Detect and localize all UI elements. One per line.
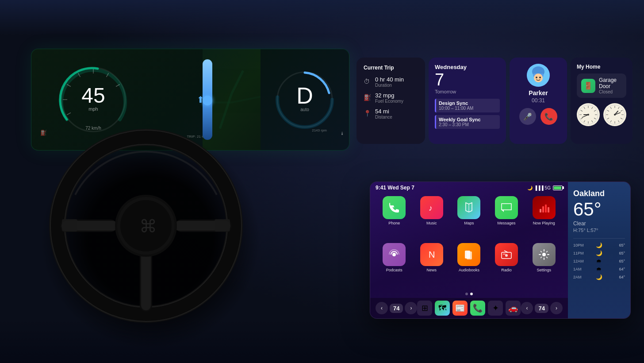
svg-point-64 (505, 254, 508, 257)
page-dot-1 (465, 293, 468, 295)
duration-value: 0 hr 40 min (375, 76, 404, 83)
clock-analog-1 (577, 103, 600, 126)
app-phone[interactable]: Phone (377, 196, 411, 239)
home-panel: My Home 🚪 Garage Door Closed (571, 58, 632, 144)
clock-widgets (577, 103, 626, 126)
steering-wheel-svg: ⌘ (35, 115, 257, 336)
forecast-temp-2am: 64° (614, 275, 625, 279)
trip-distance-item: 📍 54 mi Distance (364, 108, 418, 120)
event-1-time: 10:00 – 11:00 AM (439, 106, 497, 111)
app-messages[interactable]: Messages (490, 196, 524, 239)
dock-back-button-right[interactable]: ‹ (521, 302, 533, 314)
weather-city: Oakland (573, 189, 625, 198)
dock-back-button[interactable]: ‹ (376, 302, 388, 314)
dock-grid-icon[interactable]: ⊞ (417, 301, 432, 316)
gear-letter: D (296, 84, 313, 107)
forecast-row-10pm: 10PM 🌙 65° (573, 242, 625, 248)
temp-gauge: 🌡 (340, 131, 345, 136)
trip-panel-title: Current Trip (364, 65, 418, 71)
forecast-row-12am: 12AM 🌧 65° (573, 258, 625, 264)
weather-range: H:75° L:57° (573, 228, 625, 233)
weather-forecast: 10PM 🌙 65° 11PM 🌙 65° 12AM 🌧 65° 1AM 🌧 (573, 238, 625, 280)
svg-rect-61 (467, 251, 472, 259)
app-music[interactable]: ♪ Music (415, 196, 449, 239)
garage-door-icon: 🚪 (581, 79, 595, 93)
settings-label: Settings (537, 268, 551, 272)
garage-door-name: Garage Door (599, 77, 622, 89)
audiobooks-icon (457, 243, 480, 266)
forecast-temp-11pm: 65° (614, 251, 625, 255)
garage-door-item[interactable]: 🚪 Garage Door Closed (577, 73, 626, 98)
fuel-value: 32 mpg (375, 92, 403, 99)
dock-car-icon[interactable]: 🚗 (506, 301, 521, 316)
svg-text:N: N (429, 250, 435, 259)
dock-number-right[interactable]: 74 (535, 304, 548, 313)
music-icon: ♪ (420, 196, 443, 219)
app-settings[interactable]: Settings (527, 243, 561, 286)
fuel-economy-icon: ⛽ (364, 94, 372, 102)
end-call-button[interactable]: 📞 (540, 108, 557, 125)
svg-text:♪: ♪ (429, 204, 433, 212)
svg-line-9 (232, 71, 243, 94)
svg-rect-74 (62, 219, 77, 232)
dock-icons: ⊞ 🗺 📰 📞 ✦ 🚗 (417, 301, 521, 316)
app-nowplaying[interactable]: Now Playing (527, 196, 561, 239)
trip-fuel-item: ⛽ 32 mpg Fuel Economy (364, 92, 418, 104)
dock-forward-button[interactable]: › (405, 302, 417, 314)
rpm-display: 2143 rpm (312, 128, 327, 132)
svg-rect-65 (503, 254, 506, 255)
clock-analog-2 (603, 103, 626, 126)
calendar-event-2: Weekly Goal Sync 2:30 – 3:30 PM (435, 115, 500, 129)
svg-point-51 (614, 114, 616, 116)
carplay-status-bar: 9:41 Wed Sep 7 🌙 ▐▐▐ 5G (370, 182, 568, 193)
app-radio[interactable]: Radio (490, 243, 524, 286)
app-podcasts[interactable]: Podcasts (377, 243, 411, 286)
dock-number-left[interactable]: 74 (390, 304, 403, 313)
svg-rect-57 (548, 207, 549, 212)
app-maps[interactable]: Maps (452, 196, 486, 239)
dock-maps-icon[interactable]: 🗺 (435, 301, 450, 316)
forecast-temp-10pm: 65° (614, 243, 625, 247)
messages-icon (495, 196, 518, 219)
svg-point-19 (539, 77, 541, 78)
app-audiobooks[interactable]: Audiobooks (452, 243, 486, 286)
forecast-time-12am: 12AM (573, 259, 584, 263)
gear-value: D auto (296, 84, 313, 112)
dock-fan-icon[interactable]: ✦ (488, 301, 503, 316)
forecast-time-10pm: 10PM (573, 243, 584, 247)
app-news[interactable]: N News (415, 243, 449, 286)
call-controls: 🎤 📞 (519, 108, 557, 125)
maps-label: Maps (464, 221, 474, 225)
maps-icon-img (457, 196, 480, 219)
weather-condition: Clear (573, 220, 625, 227)
calendar-event-1: Design Sync 10:00 – 11:00 AM (435, 99, 500, 112)
forecast-row-11pm: 11PM 🌙 65° (573, 250, 625, 256)
messages-label: Messages (498, 221, 516, 225)
svg-rect-54 (540, 209, 541, 212)
event-1-title: Design Sync (439, 100, 497, 106)
status-time: 9:41 Wed Sep 7 (376, 185, 414, 191)
ambient-top (0, 0, 644, 35)
page-dot-2 (470, 293, 473, 295)
news-icon-img: N (420, 243, 443, 266)
dock-forward-button-right[interactable]: › (550, 302, 563, 314)
forecast-temp-1am: 64° (614, 267, 625, 271)
dock-phone-icon[interactable]: 📞 (470, 301, 485, 316)
distance-label: Distance (375, 115, 392, 120)
page-dots (370, 290, 568, 298)
dock-news-icon[interactable]: 📰 (452, 301, 468, 316)
radio-label: Radio (501, 268, 512, 272)
speed-number: 45 (81, 85, 105, 106)
forecast-temp-12am: 65° (614, 259, 625, 263)
distance-value: 54 mi (375, 108, 392, 115)
news-label: News (427, 268, 437, 272)
nowplaying-icon (533, 196, 556, 219)
fuel-label: Fuel Economy (375, 99, 403, 104)
podcasts-label: Podcasts (386, 268, 402, 272)
forecast-row-1am: 1AM 🌧 64° (573, 266, 625, 272)
forecast-icon-2am: 🌙 (596, 274, 602, 280)
phone-label: Phone (388, 221, 400, 225)
settings-icon-img (533, 243, 556, 266)
mute-button[interactable]: 🎤 (519, 108, 536, 125)
nav-arrow: ⬆ (197, 94, 204, 105)
